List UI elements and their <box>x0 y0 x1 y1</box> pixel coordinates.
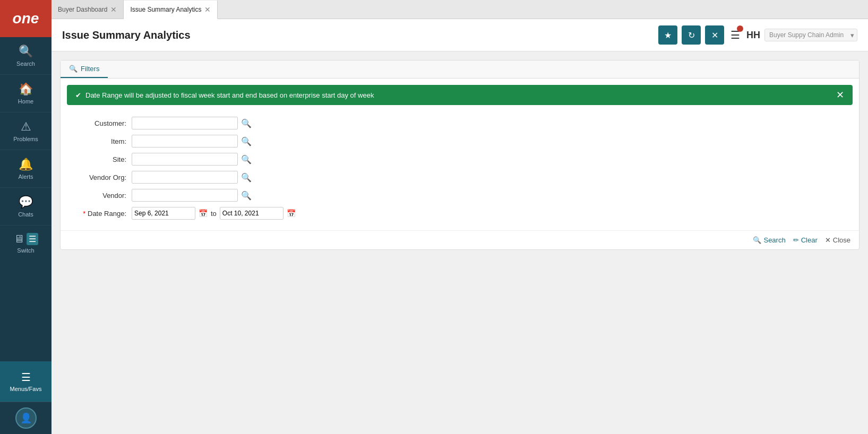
sidebar-item-switch[interactable]: 🖥 ☰ Switch <box>0 225 51 261</box>
close-action-button[interactable]: ✕ Close <box>825 236 850 244</box>
user-role-select[interactable]: Buyer Suppy Chain Admin <box>764 29 857 41</box>
sidebar-item-alerts-label: Alerts <box>18 173 33 180</box>
date-from-calendar-button[interactable]: 📅 <box>199 209 208 218</box>
alert-close-button[interactable]: ✕ <box>836 90 844 100</box>
refresh-button[interactable]: ↻ <box>682 25 701 45</box>
vendor-input-group: 🔍 <box>132 189 253 202</box>
customer-input[interactable] <box>132 117 238 129</box>
notification-badge <box>737 25 743 32</box>
close-action-label: Close <box>833 236 850 244</box>
date-range-label: Date Range: <box>73 210 132 218</box>
sidebar: one 🔍 Search 🏠 Home ⚠ Problems 🔔 Alerts … <box>0 0 51 434</box>
chat-icon: 💬 <box>19 195 33 209</box>
alert-message: Date Range will be adjusted to fiscal we… <box>85 91 374 99</box>
user-initials: HH <box>746 30 760 41</box>
close-page-button[interactable]: ✕ <box>705 25 724 45</box>
search-action-button[interactable]: 🔍 Search <box>753 236 785 244</box>
site-label: Site: <box>73 155 132 163</box>
customer-row: Customer: 🔍 <box>73 117 846 129</box>
sidebar-item-home[interactable]: 🏠 Home <box>0 75 51 112</box>
vendor-row: Vendor: 🔍 <box>73 189 846 202</box>
clear-action-button[interactable]: ✏ Clear <box>793 236 818 244</box>
clear-action-icon: ✏ <box>793 236 799 244</box>
filter-form: Customer: 🔍 Item: 🔍 Site: <box>61 111 859 230</box>
vendor-org-search-button[interactable]: 🔍 <box>240 171 253 184</box>
close-icon: ✕ <box>711 30 718 40</box>
star-button[interactable]: ★ <box>658 25 677 45</box>
monitor-icon: 🖥 <box>14 233 24 245</box>
item-search-button[interactable]: 🔍 <box>240 135 253 147</box>
vendor-input[interactable] <box>132 189 238 202</box>
filter-tab-filters[interactable]: 🔍 Filters <box>61 60 108 78</box>
filter-footer: 🔍 Search ✏ Clear ✕ Close <box>61 230 859 249</box>
user-role-wrapper: Buyer Suppy Chain Admin <box>764 29 857 41</box>
menu-lines-icon: ☰ <box>21 371 31 384</box>
tab-issue-summary[interactable]: Issue Summary Analytics ✕ <box>124 1 218 19</box>
item-input-group: 🔍 <box>132 135 253 147</box>
tab-buyer-dashboard-close[interactable]: ✕ <box>110 6 117 13</box>
search-icon: 🔍 <box>19 45 33 58</box>
sidebar-item-home-label: Home <box>18 98 33 105</box>
sidebar-item-alerts[interactable]: 🔔 Alerts <box>0 150 51 188</box>
main-content: Buyer Dashboard ✕ Issue Summary Analytic… <box>51 0 868 434</box>
filter-tab-icon: 🔍 <box>69 65 78 73</box>
site-input-group: 🔍 <box>132 153 253 166</box>
vendor-org-input[interactable] <box>132 171 238 184</box>
sidebar-item-problems[interactable]: ⚠ Problems <box>0 112 51 150</box>
checkmark-icon: ✔ <box>75 91 81 99</box>
alert-banner: ✔ Date Range will be adjusted to fiscal … <box>67 85 853 105</box>
vendor-search-button[interactable]: 🔍 <box>240 189 253 202</box>
home-icon: 🏠 <box>19 82 33 96</box>
clear-action-label: Clear <box>801 236 818 244</box>
sidebar-menus-label: Menus/Favs <box>10 386 42 392</box>
item-label: Item: <box>73 137 132 145</box>
sidebar-item-problems-label: Problems <box>13 136 38 142</box>
date-range-group: 📅 to 📅 <box>132 207 296 220</box>
date-from-input[interactable] <box>132 207 195 220</box>
refresh-icon: ↻ <box>688 30 695 40</box>
search-action-label: Search <box>763 236 785 244</box>
bell-icon: 🔔 <box>19 158 33 171</box>
site-search-button[interactable]: 🔍 <box>240 153 253 166</box>
vendor-org-label: Vendor Org: <box>73 173 132 181</box>
page-content-area: 🔍 Filters ✔ Date Range will be adjusted … <box>51 51 868 434</box>
close-action-icon: ✕ <box>825 236 831 244</box>
sidebar-item-chats-label: Chats <box>18 211 33 218</box>
item-row: Item: 🔍 <box>73 135 846 147</box>
list-icon: ☰ <box>27 233 38 245</box>
vendor-org-row: Vendor Org: 🔍 <box>73 171 846 184</box>
tab-issue-summary-close[interactable]: ✕ <box>204 6 211 13</box>
date-to-calendar-button[interactable]: 📅 <box>287 209 296 218</box>
customer-search-button[interactable]: 🔍 <box>240 117 253 129</box>
vendor-label: Vendor: <box>73 192 132 199</box>
date-to-separator: to <box>211 210 217 218</box>
sidebar-item-search-label: Search <box>16 60 35 67</box>
avatar-icon: 👤 <box>20 412 32 424</box>
hamburger-menu-button[interactable]: ☰ <box>728 27 742 44</box>
sidebar-item-chats[interactable]: 💬 Chats <box>0 188 51 225</box>
sidebar-menus-favs[interactable]: ☰ Menus/Favs <box>0 361 51 402</box>
date-to-input[interactable] <box>220 207 283 220</box>
tab-issue-summary-label: Issue Summary Analytics <box>130 6 201 13</box>
app-logo[interactable]: one <box>0 0 51 37</box>
alert-banner-left: ✔ Date Range will be adjusted to fiscal … <box>75 91 374 99</box>
customer-input-group: 🔍 <box>132 117 253 129</box>
star-icon: ★ <box>664 30 672 40</box>
filter-tabs: 🔍 Filters <box>61 60 859 79</box>
user-avatar[interactable]: 👤 <box>15 407 37 429</box>
filter-card: 🔍 Filters ✔ Date Range will be adjusted … <box>60 60 860 250</box>
sidebar-bottom: 👤 <box>0 402 51 434</box>
date-range-row: Date Range: 📅 to 📅 <box>73 207 846 220</box>
sidebar-item-search[interactable]: 🔍 Search <box>0 37 51 75</box>
page-header: Issue Summary Analytics ★ ↻ ✕ ☰ HH Buyer… <box>51 19 868 51</box>
tab-buyer-dashboard-label: Buyer Dashboard <box>58 6 107 13</box>
customer-label: Customer: <box>73 119 132 127</box>
page-title: Issue Summary Analytics <box>62 29 191 41</box>
warning-icon: ⚠ <box>21 120 31 134</box>
site-row: Site: 🔍 <box>73 153 846 166</box>
site-input[interactable] <box>132 153 238 166</box>
sidebar-item-switch-label: Switch <box>17 247 34 254</box>
filter-tab-label: Filters <box>81 65 99 73</box>
tab-buyer-dashboard[interactable]: Buyer Dashboard ✕ <box>51 0 124 19</box>
item-input[interactable] <box>132 135 238 147</box>
